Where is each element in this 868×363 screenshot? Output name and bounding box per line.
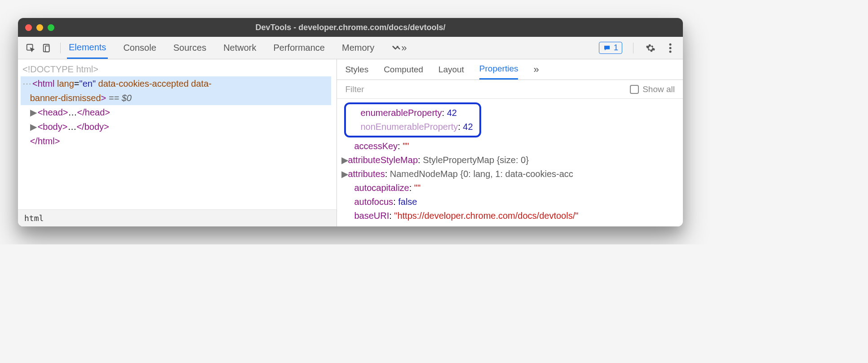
html-node-selected[interactable]: ⋯<html lang="en" data-cookies-accepted d… [21, 76, 331, 91]
content-panes: <!DOCTYPE html> ⋯<html lang="en" data-co… [18, 59, 683, 226]
html-node-selected-line2[interactable]: banner-dismissed> == $0 [21, 91, 331, 105]
tab-network[interactable]: Network [221, 37, 258, 59]
tab-properties[interactable]: Properties [479, 59, 518, 80]
property-row[interactable]: baseURI: "https://developer.chrome.com/d… [340, 209, 678, 223]
filter-input[interactable] [345, 84, 630, 94]
doctype-node[interactable]: <!DOCTYPE html> [21, 62, 331, 76]
minimize-window-button[interactable] [36, 24, 43, 31]
close-window-button[interactable] [25, 24, 32, 31]
sidebar-panel: Styles Computed Layout Properties » Show… [337, 59, 683, 226]
tab-memory[interactable]: Memory [340, 37, 376, 59]
svg-point-5 [669, 50, 672, 53]
filter-row: Show all [337, 80, 683, 99]
tab-elements[interactable]: Elements [67, 37, 108, 59]
tab-sources[interactable]: Sources [172, 37, 208, 59]
main-toolbar: Elements Console Sources Network Perform… [18, 37, 683, 59]
zoom-window-button[interactable] [48, 24, 54, 31]
titlebar: DevTools - developer.chrome.com/docs/dev… [18, 18, 683, 37]
svg-point-3 [669, 43, 672, 45]
sidebar-tabs: Styles Computed Layout Properties » [337, 59, 683, 80]
head-node[interactable]: ▶<head>…</head> [21, 105, 331, 120]
svg-point-4 [669, 47, 672, 49]
window-controls [25, 24, 54, 31]
tab-styles[interactable]: Styles [345, 59, 368, 80]
properties-list: enumerableProperty: 42 nonEnumerableProp… [337, 99, 683, 226]
tab-layout[interactable]: Layout [438, 59, 464, 80]
property-row[interactable]: autofocus: false [340, 195, 678, 209]
tab-performance[interactable]: Performance [272, 37, 327, 59]
property-row[interactable]: accessKey: "" [340, 139, 678, 153]
svg-rect-2 [45, 46, 49, 52]
device-toggle-icon[interactable] [40, 42, 53, 54]
tab-console[interactable]: Console [121, 37, 158, 59]
more-tabs-icon[interactable]: » [390, 37, 408, 59]
property-row[interactable]: autocapitalize: "" [340, 181, 678, 195]
highlighted-properties: enumerableProperty: 42 nonEnumerableProp… [344, 102, 481, 137]
tab-computed[interactable]: Computed [384, 59, 423, 80]
kebab-menu-icon[interactable] [664, 42, 677, 54]
show-all-label: Show all [642, 84, 675, 94]
breadcrumb[interactable]: html [18, 209, 337, 226]
property-row[interactable]: nonEnumerableProperty: 42 [352, 120, 473, 134]
messages-count: 1 [614, 43, 618, 53]
separator [633, 43, 633, 53]
main-tabs: Elements Console Sources Network Perform… [67, 37, 408, 59]
gear-icon[interactable] [644, 42, 657, 54]
dom-tree[interactable]: <!DOCTYPE html> ⋯<html lang="en" data-co… [18, 59, 337, 209]
property-row[interactable]: enumerableProperty: 42 [352, 106, 473, 120]
show-all-checkbox[interactable] [630, 85, 639, 94]
html-close-node[interactable]: </html> [21, 134, 331, 148]
inspect-element-icon[interactable] [24, 42, 37, 54]
property-row[interactable]: ▶attributes: NamedNodeMap {0: lang, 1: d… [340, 167, 678, 181]
separator [60, 43, 61, 53]
devtools-window: DevTools - developer.chrome.com/docs/dev… [18, 18, 683, 226]
property-row[interactable]: ▶attributeStyleMap: StylePropertyMap {si… [340, 153, 678, 167]
more-sidebar-tabs-icon[interactable]: » [533, 59, 539, 80]
elements-panel: <!DOCTYPE html> ⋯<html lang="en" data-co… [18, 59, 337, 226]
body-node[interactable]: ▶<body>…</body> [21, 120, 331, 134]
messages-badge[interactable]: 1 [599, 42, 622, 54]
window-title: DevTools - developer.chrome.com/docs/dev… [256, 23, 446, 32]
